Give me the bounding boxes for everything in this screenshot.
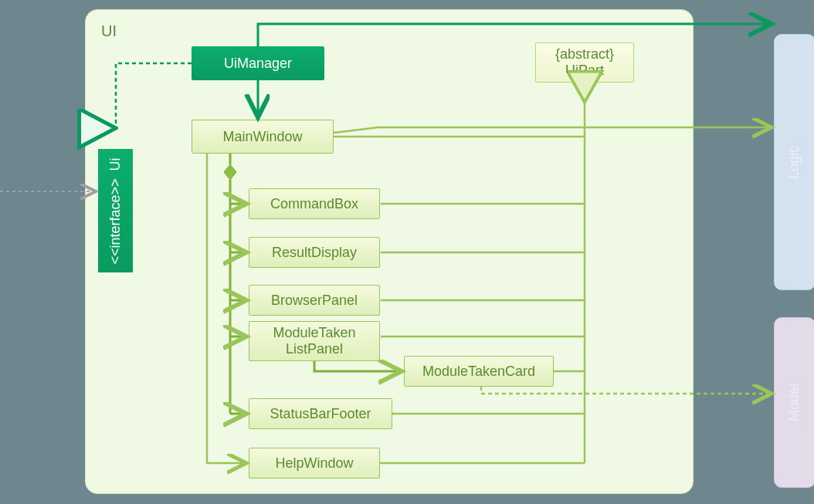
node-label: MainWindow (222, 129, 302, 145)
node-help-window: HelpWindow (249, 448, 380, 479)
node-label: UiPart (565, 63, 604, 79)
ext-label: Model (787, 384, 803, 421)
node-label: StatusBarFooter (270, 406, 371, 422)
ext-logic: Logic (774, 34, 814, 290)
ext-label: Logic (787, 145, 803, 178)
node-moduletaken-card: ModuleTakenCard (404, 356, 554, 387)
node-browser-panel: BrowserPanel (249, 285, 380, 316)
node-label: ListPanel (286, 341, 343, 357)
package-title: UI (101, 22, 117, 40)
node-label: CommandBox (270, 196, 358, 212)
node-label: ResultDisplay (272, 245, 357, 261)
node-label: ModuleTaken (273, 325, 355, 341)
node-stereotype: {abstract} (555, 46, 614, 63)
node-label: UiManager (224, 56, 292, 72)
node-ui-manager: UiManager (192, 46, 324, 80)
node-ui-part: {abstract} UiPart (535, 42, 634, 83)
node-command-box: CommandBox (249, 188, 380, 219)
node-label: BrowserPanel (271, 293, 358, 309)
node-status-bar-footer: StatusBarFooter (249, 398, 392, 429)
node-result-display: ResultDisplay (249, 237, 380, 268)
iface-name: Ui (107, 157, 123, 171)
node-label: HelpWindow (275, 455, 353, 472)
node-label: ModuleTakenCard (422, 364, 535, 380)
iface-stereotype: <<interface>> (107, 178, 123, 264)
node-moduletaken-list-panel: ModuleTaken ListPanel (249, 321, 380, 361)
ext-model: Model (774, 317, 814, 488)
node-ui-interface: <<interface>> Ui (98, 149, 133, 272)
node-main-window: MainWindow (192, 120, 334, 154)
